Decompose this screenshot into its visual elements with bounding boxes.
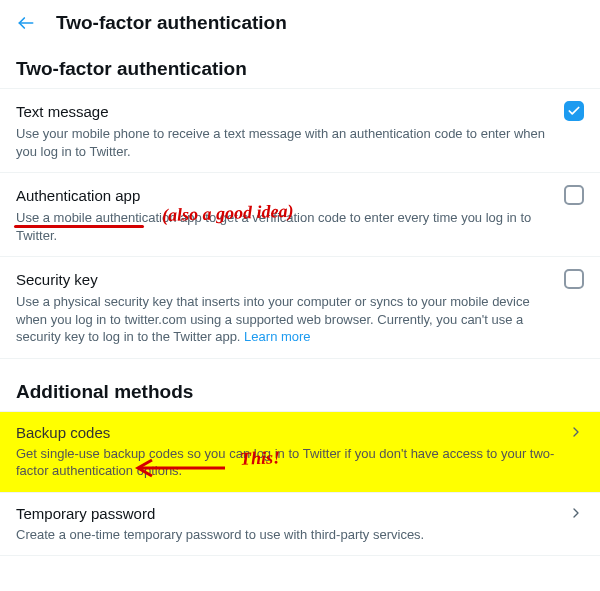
checkbox-text-message[interactable] — [564, 101, 584, 121]
option-desc: Get single-use backup codes so you can l… — [16, 445, 584, 480]
option-title: Security key — [16, 271, 98, 288]
checkbox-security-key[interactable] — [564, 269, 584, 289]
option-backup-codes[interactable]: Backup codes Get single-use backup codes… — [0, 411, 600, 492]
section-heading-twofa: Two-factor authentication — [0, 46, 600, 88]
option-text-message: Text message Use your mobile phone to re… — [0, 88, 600, 172]
option-security-key: Security key Use a physical security key… — [0, 256, 600, 359]
chevron-right-icon — [568, 424, 584, 440]
option-desc: Use a physical security key that inserts… — [16, 293, 584, 346]
option-auth-app: Authentication app Use a mobile authenti… — [0, 172, 600, 256]
chevron-right-icon — [568, 505, 584, 521]
learn-more-link[interactable]: Learn more — [244, 329, 310, 344]
option-temp-password[interactable]: Temporary password Create a one-time tem… — [0, 492, 600, 557]
option-desc: Use a mobile authentication app to get a… — [16, 209, 584, 244]
checkbox-auth-app[interactable] — [564, 185, 584, 205]
back-arrow-icon[interactable] — [16, 13, 36, 33]
option-title: Temporary password — [16, 505, 155, 522]
option-desc: Use your mobile phone to receive a text … — [16, 125, 584, 160]
option-title: Text message — [16, 103, 109, 120]
option-title: Authentication app — [16, 187, 140, 204]
section-heading-additional: Additional methods — [0, 369, 600, 411]
page-title: Two-factor authentication — [56, 12, 287, 34]
option-desc: Create a one-time temporary password to … — [16, 526, 584, 544]
option-title: Backup codes — [16, 424, 110, 441]
